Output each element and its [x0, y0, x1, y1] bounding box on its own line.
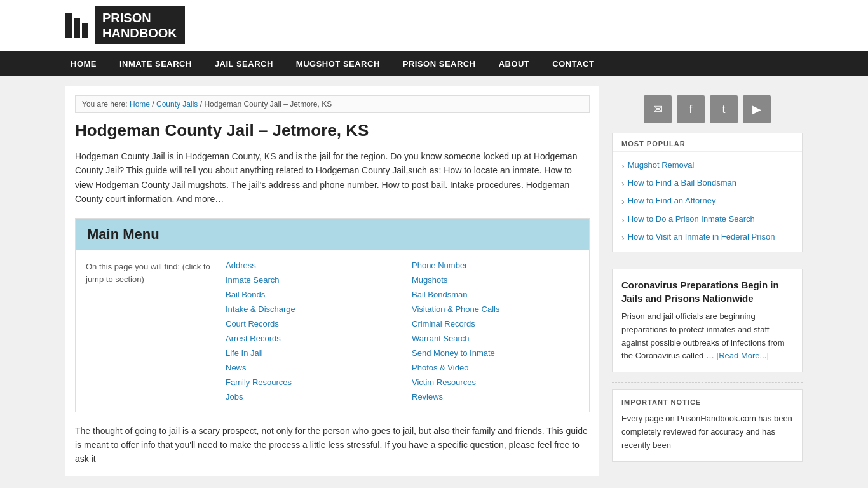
social-bar: ✉ f t ▶ — [612, 86, 803, 133]
divider — [612, 382, 803, 383]
menu-link-court-records[interactable]: Court Records — [226, 319, 393, 329]
menu-link-mugshots[interactable]: Mugshots — [412, 275, 579, 285]
site-header: PRISON HANDBOOK — [0, 0, 868, 51]
menu-link-jobs[interactable]: Jobs — [226, 392, 393, 402]
youtube-social-button[interactable]: ▶ — [743, 95, 771, 123]
nav-jail-search[interactable]: JAIL SEARCH — [203, 51, 285, 76]
most-popular-box: MOST POPULAR Mugshot Removal How to Find… — [612, 133, 803, 252]
list-item: How to Visit an Inmate in Federal Prison — [621, 229, 793, 247]
email-social-button[interactable]: ✉ — [644, 95, 672, 123]
breadcrumb-home[interactable]: Home — [130, 100, 150, 109]
important-notice-body: Every page on PrisonHandbook.com has bee… — [621, 412, 793, 452]
intro-text: Hodgeman County Jail is in Hodgeman Coun… — [75, 149, 590, 207]
main-content: You are here: Home / County Jails / Hodg… — [65, 86, 599, 476]
breadcrumb: You are here: Home / County Jails / Hodg… — [75, 95, 590, 113]
logo-bars-icon — [65, 13, 88, 38]
most-popular-title: MOST POPULAR — [613, 133, 802, 152]
menu-link-visitation[interactable]: Visitation & Phone Calls — [412, 304, 579, 314]
main-menu-header: Main Menu — [76, 219, 589, 250]
most-popular-link-1[interactable]: Mugshot Removal — [628, 160, 695, 170]
most-popular-link-2[interactable]: How to Find a Bail Bondsman — [628, 178, 736, 187]
menu-link-reviews[interactable]: Reviews — [412, 392, 579, 402]
menu-link-send-money[interactable]: Send Money to Inmate — [412, 348, 579, 358]
list-item: Mugshot Removal — [621, 157, 793, 175]
menu-link-news[interactable]: News — [226, 363, 393, 372]
menu-link-inmate-search[interactable]: Inmate Search — [226, 275, 393, 285]
most-popular-link-5[interactable]: How to Visit an Inmate in Federal Prison — [628, 232, 775, 241]
page-title: Hodgeman County Jail – Jetmore, KS — [75, 121, 590, 140]
important-notice-box: IMPORTANT NOTICE Every page on PrisonHan… — [612, 389, 803, 461]
main-nav: HOME INMATE SEARCH JAIL SEARCH MUGSHOT S… — [0, 51, 868, 76]
nav-prison-search[interactable]: PRISON SEARCH — [391, 51, 487, 76]
sidebar: ✉ f t ▶ MOST POPULAR Mugshot Removal How… — [612, 86, 803, 476]
menu-link-bail-bonds[interactable]: Bail Bonds — [226, 290, 393, 299]
nav-contact[interactable]: CONTACT — [541, 51, 606, 76]
divider — [612, 262, 803, 262]
logo-text: PRISON HANDBOOK — [95, 6, 185, 44]
news-read-more[interactable]: [Read More...] — [717, 351, 769, 360]
menu-links: Address Phone Number Inmate Search Mugsh… — [226, 261, 579, 402]
menu-link-criminal-records[interactable]: Criminal Records — [412, 319, 579, 329]
nav-home[interactable]: HOME — [59, 51, 108, 76]
important-notice-title: IMPORTANT NOTICE — [621, 398, 793, 406]
news-body: Prison and jail officials are beginning … — [621, 310, 793, 363]
menu-link-warrant-search[interactable]: Warrant Search — [412, 334, 579, 343]
menu-link-bail-bondsman[interactable]: Bail Bondsman — [412, 290, 579, 299]
nav-inmate-search[interactable]: INMATE SEARCH — [108, 51, 203, 76]
menu-link-intake[interactable]: Intake & Discharge — [226, 304, 393, 314]
menu-link-victim-resources[interactable]: Victim Resources — [412, 377, 579, 387]
twitter-social-button[interactable]: t — [710, 95, 738, 123]
menu-link-family-resources[interactable]: Family Resources — [226, 377, 393, 387]
menu-jump-text: On this page you will find: (click to ju… — [86, 261, 213, 402]
list-item: How to Find a Bail Bondsman — [621, 175, 793, 193]
news-box: Coronavirus Preparations Begin in Jails … — [612, 269, 803, 372]
bottom-text: The thought of going to jail is a scary … — [75, 424, 590, 466]
nav-about[interactable]: ABOUT — [487, 51, 541, 76]
news-title: Coronavirus Preparations Begin in Jails … — [621, 278, 793, 305]
list-item: How to Find an Attorney — [621, 193, 793, 210]
most-popular-link-3[interactable]: How to Find an Attorney — [628, 196, 716, 205]
menu-link-phone[interactable]: Phone Number — [412, 261, 579, 270]
menu-link-life-in-jail[interactable]: Life In Jail — [226, 348, 393, 358]
menu-link-photos-video[interactable]: Photos & Video — [412, 363, 579, 372]
most-popular-list: Mugshot Removal How to Find a Bail Bonds… — [613, 152, 802, 252]
nav-mugshot-search[interactable]: MUGSHOT SEARCH — [285, 51, 391, 76]
most-popular-link-4[interactable]: How to Do a Prison Inmate Search — [628, 214, 755, 224]
site-logo[interactable]: PRISON HANDBOOK — [65, 6, 185, 44]
menu-link-arrest-records[interactable]: Arrest Records — [226, 334, 393, 343]
breadcrumb-county-jails[interactable]: County Jails — [156, 100, 198, 109]
list-item: How to Do a Prison Inmate Search — [621, 211, 793, 229]
menu-link-address[interactable]: Address — [226, 261, 393, 270]
main-menu-box: Main Menu On this page you will find: (c… — [75, 218, 590, 412]
facebook-social-button[interactable]: f — [677, 95, 705, 123]
